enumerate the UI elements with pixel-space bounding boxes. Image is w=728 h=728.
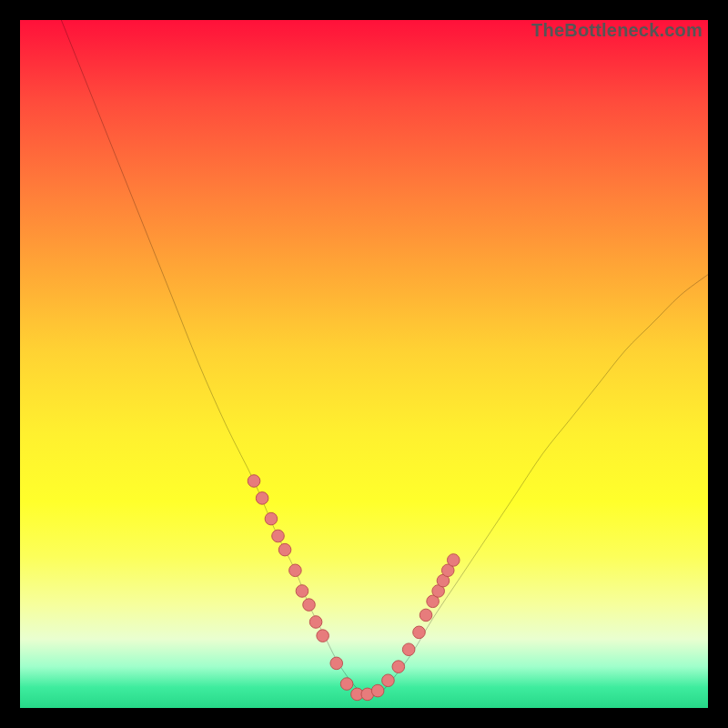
highlight-dot — [272, 530, 285, 542]
highlight-dot — [278, 543, 291, 556]
highlight-dot — [330, 657, 343, 670]
highlight-dot — [413, 626, 426, 639]
chart-root: TheBottleneck.com — [0, 0, 728, 728]
highlight-dot — [296, 585, 308, 598]
highlight-dot — [309, 616, 322, 629]
curve-layer — [20, 20, 708, 708]
highlight-dot — [265, 512, 278, 525]
highlight-dots — [248, 475, 460, 701]
highlight-dot — [371, 684, 384, 697]
highlight-dot — [303, 599, 316, 612]
highlight-dot — [248, 475, 260, 488]
highlight-dot — [447, 554, 460, 567]
highlight-dot — [402, 643, 415, 656]
highlight-dot — [392, 661, 405, 673]
highlight-dot — [317, 630, 329, 642]
highlight-dot — [289, 564, 302, 577]
highlight-dot — [340, 678, 353, 691]
highlight-dot — [382, 674, 395, 687]
plot-area: TheBottleneck.com — [20, 20, 708, 708]
highlight-dot — [420, 609, 432, 622]
highlight-dot — [256, 492, 268, 505]
bottleneck-curve — [61, 20, 708, 696]
